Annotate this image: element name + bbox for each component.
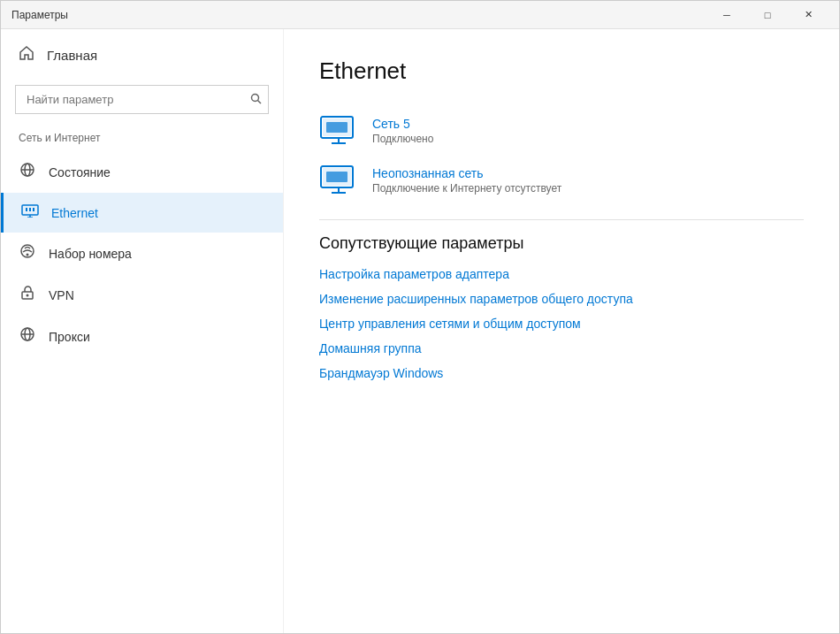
- network-item-2[interactable]: Неопознанная сеть Подключение к Интернет…: [319, 156, 804, 205]
- proxy-icon: [19, 326, 36, 347]
- sidebar: Главная Сеть и Интернет: [1, 29, 284, 633]
- titlebar: Параметры ─ □ ✕: [1, 1, 839, 29]
- main-panel: Ethernet Сеть 5 Подключено: [284, 29, 839, 633]
- minimize-button[interactable]: ─: [706, 1, 747, 29]
- sidebar-home-button[interactable]: Главная: [1, 29, 283, 81]
- settings-link-0[interactable]: Настройка параметров адаптера: [319, 267, 804, 281]
- network-info-2: Неопознанная сеть Подключение к Интернет…: [372, 166, 561, 195]
- sidebar-home-label: Главная: [47, 48, 97, 63]
- sidebar-item-status[interactable]: Состояние: [1, 151, 283, 193]
- sidebar-item-ethernet[interactable]: Ethernet: [1, 193, 283, 233]
- search-box: [15, 85, 269, 114]
- ethernet-icon: [21, 203, 39, 222]
- network-status-2: Подключение к Интернету отсутствует: [372, 182, 561, 195]
- close-button[interactable]: ✕: [788, 1, 829, 29]
- sidebar-item-ethernet-label: Ethernet: [51, 206, 98, 220]
- network-name-1: Сеть 5: [372, 117, 433, 131]
- settings-link-4[interactable]: Брандмауэр Windows: [319, 366, 804, 380]
- window-title: Параметры: [11, 9, 68, 21]
- svg-point-14: [27, 294, 29, 297]
- network-status-1: Подключено: [372, 133, 433, 145]
- svg-rect-7: [29, 208, 31, 211]
- sidebar-item-proxy-label: Прокси: [49, 330, 90, 344]
- section-label: Сеть и Интернет: [1, 128, 283, 151]
- dialup-icon: [19, 243, 36, 264]
- search-button[interactable]: [250, 93, 262, 107]
- window-controls: ─ □ ✕: [706, 1, 829, 29]
- svg-rect-27: [326, 172, 347, 182]
- settings-window: Параметры ─ □ ✕ Главная: [0, 0, 840, 634]
- network-item-1[interactable]: Сеть 5 Подключено: [319, 106, 804, 156]
- settings-links: Настройка параметров адаптера Изменение …: [319, 267, 804, 380]
- related-section-title: Сопутствующие параметры: [319, 234, 804, 253]
- content-area: Главная Сеть и Интернет: [1, 29, 839, 633]
- divider: [319, 219, 804, 220]
- page-title: Ethernet: [319, 57, 804, 85]
- svg-rect-22: [326, 122, 347, 133]
- search-input[interactable]: [15, 85, 269, 114]
- network-icon-1: [319, 115, 358, 147]
- vpn-icon: [19, 285, 36, 305]
- network-name-2: Неопознанная сеть: [372, 166, 561, 180]
- sidebar-item-status-label: Состояние: [49, 165, 111, 180]
- network-icon-2: [319, 164, 358, 196]
- maximize-button[interactable]: □: [747, 1, 788, 29]
- sidebar-item-dialup[interactable]: Набор номера: [1, 233, 283, 274]
- svg-line-1: [258, 100, 262, 103]
- settings-link-2[interactable]: Центр управления сетями и общим доступом: [319, 317, 804, 331]
- svg-point-0: [252, 94, 259, 101]
- globe-icon: [19, 162, 36, 182]
- network-info-1: Сеть 5 Подключено: [372, 117, 433, 145]
- svg-rect-6: [26, 208, 27, 211]
- sidebar-item-vpn-label: VPN: [49, 288, 74, 302]
- sidebar-item-vpn[interactable]: VPN: [1, 274, 283, 316]
- svg-rect-8: [33, 208, 34, 211]
- sidebar-item-proxy[interactable]: Прокси: [1, 316, 283, 357]
- sidebar-item-dialup-label: Набор номера: [49, 247, 132, 261]
- settings-link-1[interactable]: Изменение расширенных параметров общего …: [319, 292, 804, 306]
- home-icon: [19, 45, 34, 65]
- settings-link-3[interactable]: Домашняя группа: [319, 341, 804, 355]
- svg-point-12: [27, 254, 29, 256]
